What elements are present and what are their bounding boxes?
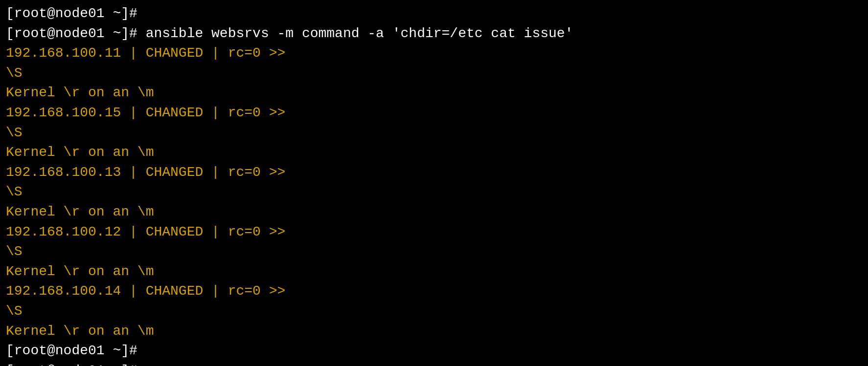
terminal-line-line14: Kernel \r on an \m — [6, 262, 862, 282]
terminal-line-line9: 192.168.100.13 | CHANGED | rc=0 >> — [6, 163, 862, 183]
terminal-line-line19: [root@node01 ~]# — [6, 361, 862, 366]
terminal-line-line18: [root@node01 ~]# — [6, 341, 862, 361]
terminal-line-line15: 192.168.100.14 | CHANGED | rc=0 >> — [6, 281, 862, 301]
terminal-line-line12: 192.168.100.12 | CHANGED | rc=0 >> — [6, 222, 862, 242]
terminal-line-line4: \S — [6, 64, 862, 84]
terminal-line-line13: \S — [6, 242, 862, 262]
terminal-line-line2: [root@node01 ~]# ansible websrvs -m comm… — [6, 24, 862, 44]
terminal-line-line10: \S — [6, 182, 862, 202]
terminal-line-line8: Kernel \r on an \m — [6, 143, 862, 163]
terminal-line-line5: Kernel \r on an \m — [6, 83, 862, 103]
terminal-line-line3: 192.168.100.11 | CHANGED | rc=0 >> — [6, 43, 862, 64]
terminal-line-line16: \S — [6, 301, 862, 322]
terminal-window[interactable]: [root@node01 ~]#[root@node01 ~]# ansible… — [6, 4, 862, 366]
terminal-line-line11: Kernel \r on an \m — [6, 202, 862, 222]
terminal-line-line6: 192.168.100.15 | CHANGED | rc=0 >> — [6, 103, 862, 123]
terminal-line-line7: \S — [6, 123, 862, 143]
terminal-line-line17: Kernel \r on an \m — [6, 322, 862, 342]
terminal-line-line1: [root@node01 ~]# — [6, 4, 862, 24]
